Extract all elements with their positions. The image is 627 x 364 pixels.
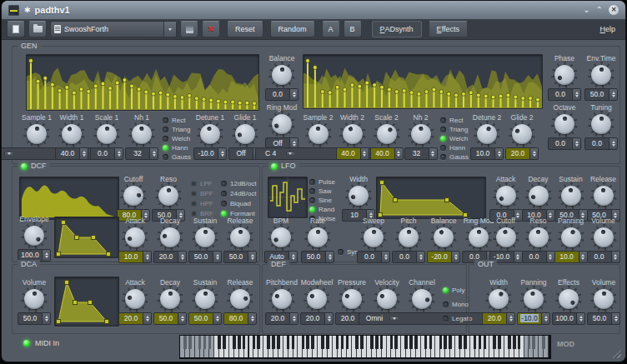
dropdown-arrow-icon[interactable] xyxy=(389,317,398,320)
spin-gen-osc2a-width-2[interactable]: 40.0 xyxy=(336,147,369,160)
piano-key-black[interactable] xyxy=(449,336,452,349)
spin-arrows-icon[interactable] xyxy=(572,138,580,149)
piano-key-black[interactable] xyxy=(272,336,275,349)
piano-key-black[interactable] xyxy=(380,336,384,349)
knob-out-row-panning[interactable] xyxy=(523,288,544,310)
piano-key-black[interactable] xyxy=(238,336,241,349)
spin-dca-vol-volume[interactable]: 50.0 xyxy=(18,312,51,325)
knob-lfo-mods2-volume[interactable] xyxy=(593,227,614,248)
knob-dca-adsr-release[interactable] xyxy=(229,288,251,310)
radio-rect[interactable]: Rect xyxy=(440,117,469,123)
spin-arrows-icon[interactable] xyxy=(609,138,617,149)
knob-dca-adsr-attack[interactable] xyxy=(124,288,146,310)
knob-lfo-mods1-pitch[interactable] xyxy=(398,227,419,248)
piano-key-black[interactable] xyxy=(306,336,309,349)
piano-key-black[interactable] xyxy=(370,336,374,349)
piano-key-black[interactable] xyxy=(292,336,295,349)
knob-lfo-mods1-balance[interactable] xyxy=(433,227,454,248)
spin-arrows-icon[interactable] xyxy=(79,148,88,159)
spin-arrows-icon[interactable] xyxy=(506,313,514,324)
spin-arrows-icon[interactable] xyxy=(541,313,549,324)
spin-lfo-mods2-panning[interactable]: 10.0 xyxy=(554,251,588,263)
piano-key-black[interactable] xyxy=(429,336,433,349)
spin-arrows-icon[interactable] xyxy=(611,252,619,262)
knob-gen-osc2a-sample-2[interactable] xyxy=(308,123,329,145)
radio-biquad[interactable]: Biquad xyxy=(221,200,257,207)
knob-lfo-width-width[interactable] xyxy=(348,185,369,207)
spin-gen-right2-tuning[interactable]: 0.0 xyxy=(584,137,618,150)
radio-hann[interactable]: Hann xyxy=(163,144,191,151)
radio-triang[interactable]: Triang xyxy=(440,126,469,132)
knob-lfo-row2-bpm[interactable] xyxy=(270,227,292,248)
knob-dcf-env-envelope[interactable] xyxy=(23,225,45,247)
preset-combo[interactable]: SwooshForth xyxy=(50,21,177,37)
spin-dca-adsr-sustain[interactable]: 50.0 xyxy=(188,312,222,325)
piano-key-black[interactable] xyxy=(346,336,349,349)
spin-dca-adsr-decay[interactable]: 50.0 xyxy=(153,312,187,325)
filter-display[interactable] xyxy=(19,177,119,220)
spin-gen-osc2b-detune-2[interactable]: 10.0 xyxy=(470,147,504,160)
spin-def-row-modwheel[interactable]: 20.0 xyxy=(300,312,334,325)
knob-lfo-mods2-reso[interactable] xyxy=(528,227,549,248)
spin-gen-osc1b-detune-1[interactable]: -10.0 xyxy=(193,147,227,160)
piano-key-black[interactable] xyxy=(233,336,236,349)
piano-key-black[interactable] xyxy=(518,336,521,349)
piano-key-black[interactable] xyxy=(183,336,187,349)
spin-out-row-effects[interactable]: 100.0 xyxy=(552,312,585,325)
spin-arrows-icon[interactable] xyxy=(611,313,619,324)
spin-lfo-mods1-sweep[interactable]: 0.0 xyxy=(357,251,390,263)
piano-key-black[interactable] xyxy=(528,336,531,349)
radio-rand[interactable]: Rand xyxy=(309,206,335,212)
radio-welch[interactable]: Welch xyxy=(163,135,191,142)
piano-key-black[interactable] xyxy=(243,336,246,349)
spin-arrows-icon[interactable] xyxy=(451,252,459,262)
knob-gen-mid-ring-ring-mod[interactable] xyxy=(271,113,293,135)
spin-arrows-icon[interactable] xyxy=(288,252,297,262)
spin-gen-osc2b-glide-2[interactable]: 20.0 xyxy=(505,147,539,160)
piano-key-black[interactable] xyxy=(493,336,496,349)
spin-arrows-icon[interactable] xyxy=(289,89,298,100)
dropdown-arrow-icon[interactable] xyxy=(286,152,294,155)
piano-key-black[interactable] xyxy=(394,336,398,349)
knob-def-row-channel[interactable] xyxy=(411,288,433,310)
piano-key-black[interactable] xyxy=(424,336,428,349)
spin-gen-osc2a-nh-2[interactable]: 32 xyxy=(404,147,438,160)
a-button[interactable]: A xyxy=(322,21,340,37)
knob-gen-right1-phase[interactable] xyxy=(554,64,575,86)
spin-arrows-icon[interactable] xyxy=(514,252,522,262)
radio-triang[interactable]: Triang xyxy=(163,126,191,132)
knob-dca-adsr-decay[interactable] xyxy=(159,288,181,310)
spin-arrows-icon[interactable] xyxy=(609,89,617,100)
radio-welch[interactable]: Welch xyxy=(440,135,469,142)
knob-gen-osc2b-detune-2[interactable] xyxy=(476,123,498,145)
piano-key-black[interactable] xyxy=(203,336,207,349)
spin-arrows-icon[interactable] xyxy=(360,148,369,159)
knob-gen-osc2a-width-2[interactable] xyxy=(342,123,364,145)
knob-dcf-main-cutoff[interactable] xyxy=(123,185,144,207)
spin-gen-right1-env-time[interactable]: 50.0 xyxy=(584,88,618,101)
knob-gen-right1-env-time[interactable] xyxy=(590,64,612,86)
radio-saw[interactable]: Saw xyxy=(309,187,335,194)
radio-bpf[interactable]: BPF xyxy=(191,190,213,197)
knob-dcf-adsr-decay[interactable] xyxy=(159,227,181,248)
piano-key-black[interactable] xyxy=(208,336,212,349)
spin-arrows-icon[interactable] xyxy=(248,313,256,324)
spin-lfo-mods1-balance[interactable]: -20.0 xyxy=(427,251,460,263)
spin-arrows-icon[interactable] xyxy=(149,148,158,159)
dropdown-arrow-icon[interactable] xyxy=(4,152,13,155)
piano-key-black[interactable] xyxy=(287,336,290,349)
piano-key-black[interactable] xyxy=(404,336,408,349)
piano-key-black[interactable] xyxy=(479,336,482,349)
piano-key-black[interactable] xyxy=(439,336,443,349)
piano-key-black[interactable] xyxy=(355,336,359,349)
piano-keyboard[interactable] xyxy=(179,335,551,359)
spin-dcf-adsr-sustain[interactable]: 50.0 xyxy=(188,251,222,263)
spin-arrows-icon[interactable] xyxy=(576,313,584,324)
spin-gen-osc1a-scale-1[interactable]: 0.0 xyxy=(90,147,123,160)
spin-gen-osc1a-nh-1[interactable]: 32 xyxy=(125,147,158,160)
knob-def-row-modwheel[interactable] xyxy=(306,288,328,310)
spin-gen-mid-bal-balance[interactable]: 0.0 xyxy=(265,88,298,101)
knob-lfo-adsr-decay[interactable] xyxy=(528,185,549,207)
knob-gen-osc2a-scale-2[interactable] xyxy=(376,123,398,145)
knob-out-row-width[interactable] xyxy=(488,288,509,310)
